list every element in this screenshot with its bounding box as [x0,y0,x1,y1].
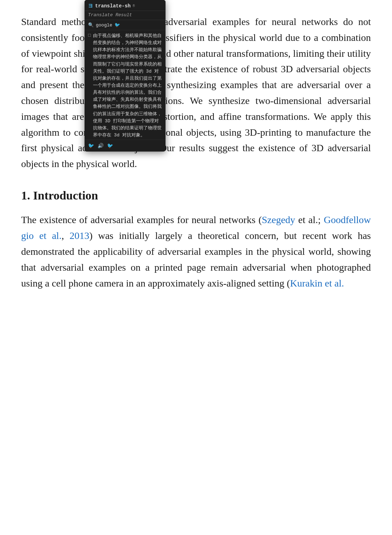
popup-search-text: google [96,23,112,28]
link-2013[interactable]: 2013 [69,230,89,241]
link-kurakin[interactable]: Kurakin et al. [290,278,344,289]
popup-footer-bird1-icon[interactable]: 🐦 [88,143,94,149]
paragraph-2: The existence of adversarial examples fo… [21,212,371,291]
popup-footer: 🐦 🔊 🐦 [85,140,166,152]
popup-translation-text: 由于视点偏移、相机噪声和其他自然变换的结合，为神经网络生成对抗样本的标准方法并不… [93,32,162,139]
section-heading-label: 1. Introduction [21,189,98,202]
popup-search-icon: 🔍 [88,22,94,28]
popup-subtitle: Translate Result [85,11,166,20]
popup-app-name-label: translate-sh [95,3,131,9]
popup-search-bird-icon: 🐦 [114,22,120,28]
popup-dict-row: □ 由于视点偏移、相机噪声和其他自然变换的结合，为神经网络生成对抗样本的标准方法… [85,30,166,140]
popup-registered-symbol: ® [133,4,135,8]
popup-header: ヨ translate-sh ® [85,0,166,11]
main-content: Standard methods for generating adversar… [0,0,392,312]
popup-footer-sound-icon[interactable]: 🔊 [98,143,104,149]
popup-footer-bird2-icon[interactable]: 🐦 [107,143,113,149]
link-szegedy[interactable]: Szegedy [262,214,295,225]
popup-dict-icon: □ [88,33,91,38]
link-goodfellow[interactable]: Goodfellow [324,214,371,225]
popup-search-row[interactable]: 🔍 google 🐦 [85,20,166,30]
section-heading-1: 1. Introduction [21,186,371,205]
popup-app-icon: ヨ [88,3,93,9]
paragraph-1: Standard methods for generating adversar… [21,14,371,172]
translate-popup: ヨ translate-sh ® Translate Result 🔍 goog… [85,0,166,152]
link-szegedy2[interactable]: gio et al. [21,230,62,241]
